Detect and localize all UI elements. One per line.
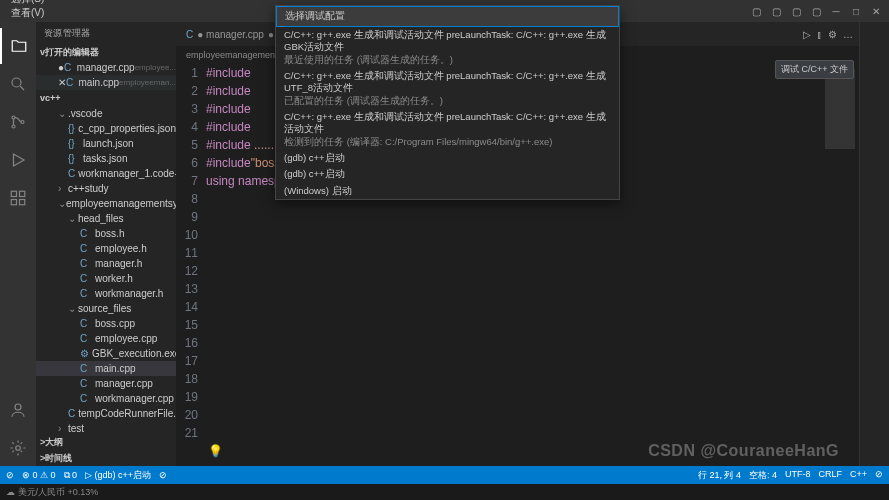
- svg-rect-5: [20, 191, 25, 196]
- svg-rect-7: [20, 200, 25, 205]
- info-bar: ☁ 美元/人民币 +0.13%: [0, 484, 889, 500]
- file-item[interactable]: Cboss.h: [36, 226, 176, 241]
- status-item[interactable]: ⊘: [875, 469, 883, 482]
- file-item[interactable]: Cboss.cpp: [36, 316, 176, 331]
- open-editor-item[interactable]: ● Cmanager.cpp employee...: [36, 60, 176, 75]
- sidebar-title: 资源管理器: [36, 22, 176, 44]
- menu-item[interactable]: 查看(V): [6, 6, 50, 20]
- debug-file-button[interactable]: 调试 C/C++ 文件: [775, 60, 854, 79]
- picker-option[interactable]: C/C++: g++.exe 生成和调试活动文件 preLaunchTask: …: [276, 68, 619, 109]
- sidebar: 资源管理器 v 打开的编辑器 ● Cmanager.cpp employee..…: [36, 22, 176, 466]
- picker-option[interactable]: C/C++: g++.exe 生成和调试活动文件 preLaunchTask: …: [276, 109, 619, 150]
- code-line[interactable]: [206, 370, 859, 388]
- file-item[interactable]: {}launch.json: [36, 136, 176, 151]
- status-item[interactable]: ▷ (gdb) c++启动: [85, 470, 151, 480]
- weather-widget[interactable]: ☁ 美元/人民币 +0.13%: [6, 486, 98, 499]
- code-line[interactable]: [206, 244, 859, 262]
- minimap[interactable]: [819, 64, 859, 466]
- status-item[interactable]: C++: [850, 469, 867, 482]
- svg-rect-4: [11, 191, 16, 196]
- code-line[interactable]: [206, 424, 859, 442]
- file-item[interactable]: Cworker.h: [36, 271, 176, 286]
- editor-tab[interactable]: C ● manager.cpp ●: [176, 22, 285, 46]
- code-line[interactable]: [206, 316, 859, 334]
- file-item[interactable]: Cworkmanager_1.code-work...: [36, 166, 176, 181]
- layout-right-icon[interactable]: ▢: [789, 4, 803, 18]
- file-item[interactable]: Cmain.cpp: [36, 361, 176, 376]
- status-item[interactable]: UTF-8: [785, 469, 811, 482]
- run-icon[interactable]: ▷: [803, 29, 811, 40]
- folder-item[interactable]: ⌄source_files: [36, 301, 176, 316]
- status-item[interactable]: ⊗ 0 ⚠ 0: [22, 470, 56, 480]
- outline-section[interactable]: > 大纲: [36, 434, 176, 450]
- close-icon[interactable]: ✕: [869, 4, 883, 18]
- status-item[interactable]: 行 21, 列 4: [698, 469, 741, 482]
- picker-option[interactable]: (Windows) 启动: [276, 183, 619, 199]
- more-icon[interactable]: …: [843, 29, 853, 40]
- search-icon[interactable]: [0, 66, 36, 102]
- lightbulb-icon[interactable]: 💡: [208, 442, 223, 460]
- file-item[interactable]: Cemployee.cpp: [36, 331, 176, 346]
- file-item[interactable]: Cworkmanager.h: [36, 286, 176, 301]
- customize-icon[interactable]: ▢: [809, 4, 823, 18]
- status-item[interactable]: ⊘: [6, 470, 14, 480]
- file-item[interactable]: Cworkmanager.cpp: [36, 391, 176, 406]
- file-item[interactable]: Cmanager.cpp: [36, 376, 176, 391]
- code-line[interactable]: [206, 388, 859, 406]
- extensions-icon[interactable]: [0, 180, 36, 216]
- scm-icon[interactable]: [0, 104, 36, 140]
- picker-option[interactable]: (gdb) c++启动: [276, 150, 619, 166]
- folder-item[interactable]: ⌄head_files: [36, 211, 176, 226]
- timeline-section[interactable]: > 时间线: [36, 450, 176, 466]
- folder-item[interactable]: ›test: [36, 421, 176, 434]
- folder-item[interactable]: ⌄.vscode: [36, 106, 176, 121]
- layout-bottom-icon[interactable]: ▢: [769, 4, 783, 18]
- svg-point-1: [12, 116, 15, 119]
- code-line[interactable]: [206, 334, 859, 352]
- gear-icon[interactable]: ⚙: [828, 29, 837, 40]
- svg-rect-6: [11, 200, 16, 205]
- file-item[interactable]: {}tasks.json: [36, 151, 176, 166]
- code-line[interactable]: [206, 298, 859, 316]
- layout-left-icon[interactable]: ▢: [749, 4, 763, 18]
- activity-bar: [0, 22, 36, 466]
- picker-option[interactable]: C/C++: g++.exe 生成和调试活动文件 preLaunchTask: …: [276, 27, 619, 68]
- status-item[interactable]: 空格: 4: [749, 469, 777, 482]
- editor-toolbar: ▷ ⫿ ⚙ …: [797, 22, 859, 46]
- file-item[interactable]: ⚙GBK_execution.exe: [36, 346, 176, 361]
- max-icon[interactable]: □: [849, 4, 863, 18]
- svg-point-0: [12, 78, 21, 87]
- folder-item[interactable]: ⌄employeemanagementsystem: [36, 196, 176, 211]
- file-item[interactable]: Cmanager.h: [36, 256, 176, 271]
- status-item[interactable]: ⧉ 0: [64, 470, 78, 480]
- picker-input[interactable]: 选择调试配置: [276, 6, 619, 27]
- debug-icon[interactable]: [0, 142, 36, 178]
- file-item[interactable]: {}c_cpp_properties.json: [36, 121, 176, 136]
- status-bar: ⊘⊗ 0 ⚠ 0⧉ 0▷ (gdb) c++启动⊘ 行 21, 列 4空格: 4…: [0, 466, 889, 484]
- svg-point-3: [21, 121, 24, 124]
- code-line[interactable]: [206, 352, 859, 370]
- code-line[interactable]: [206, 406, 859, 424]
- account-icon[interactable]: [0, 392, 36, 428]
- status-item[interactable]: ⊘: [159, 470, 167, 480]
- open-editor-item[interactable]: ✕ Cmain.cpp employeeman...: [36, 75, 176, 90]
- split-icon[interactable]: ⫿: [817, 29, 822, 40]
- file-item[interactable]: Cemployee.h: [36, 241, 176, 256]
- svg-point-2: [12, 125, 15, 128]
- picker-option[interactable]: (gdb) c++启动: [276, 166, 619, 182]
- code-line[interactable]: [206, 280, 859, 298]
- explorer-icon[interactable]: [0, 28, 36, 64]
- gear-icon[interactable]: [0, 430, 36, 466]
- open-editors-header[interactable]: v 打开的编辑器: [36, 44, 176, 60]
- file-item[interactable]: CtempCodeRunnerFile.cpp: [36, 406, 176, 421]
- code-line[interactable]: [206, 226, 859, 244]
- svg-point-9: [16, 446, 21, 451]
- status-item[interactable]: CRLF: [818, 469, 842, 482]
- secondary-sidebar: [859, 22, 889, 466]
- folder-item[interactable]: ›c++study: [36, 181, 176, 196]
- min-icon[interactable]: ─: [829, 4, 843, 18]
- svg-point-8: [15, 404, 21, 410]
- code-line[interactable]: [206, 208, 859, 226]
- code-line[interactable]: [206, 262, 859, 280]
- workspace-root[interactable]: v c++: [36, 90, 176, 106]
